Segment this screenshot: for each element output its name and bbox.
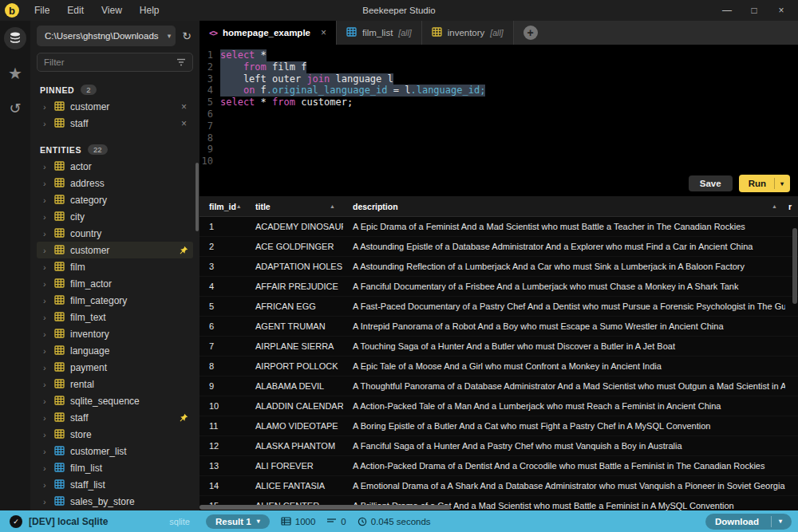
table-row[interactable]: 2ACE GOLDFINGERA Astounding Epistle of a…	[200, 237, 798, 257]
entity-item-sqlite_sequence[interactable]: ›sqlite_sequence	[37, 392, 193, 409]
entity-item-film_actor[interactable]: ›film_actor	[37, 275, 193, 292]
chevron-right-icon[interactable]: ›	[43, 463, 49, 473]
chevron-right-icon[interactable]: ›	[43, 262, 49, 272]
favorites-tab-icon[interactable]: ★	[4, 62, 26, 85]
table-row[interactable]: 14ALICE FANTASIAA Emotional Drama of a A…	[200, 476, 798, 496]
close-button[interactable]: ×	[769, 2, 793, 19]
pinned-section-header[interactable]: PINNED 2	[40, 85, 190, 95]
connection-dropdown[interactable]: C:\Users\ghstng\Downloads ▾	[37, 26, 176, 46]
horizontal-scrollbar[interactable]	[200, 505, 451, 510]
chevron-right-icon[interactable]: ›	[43, 497, 49, 506]
chevron-right-icon[interactable]: ›	[43, 119, 49, 128]
entity-item-sales_by_store[interactable]: ›sales_by_store	[37, 493, 193, 510]
entity-item-rental[interactable]: ›rental	[37, 376, 193, 392]
sidebar-scrollbar[interactable]	[196, 163, 199, 231]
menu-edit[interactable]: Edit	[60, 3, 91, 18]
pinned-item-customer[interactable]: ›customer×	[37, 98, 193, 115]
entities-section-header[interactable]: ENTITIES 22	[40, 144, 190, 155]
chevron-right-icon[interactable]: ›	[43, 212, 49, 222]
sql-editor[interactable]: 1select *2 from film f3 left outer join …	[200, 45, 798, 174]
chevron-right-icon[interactable]: ›	[43, 246, 49, 255]
chevron-right-icon[interactable]: ›	[43, 296, 49, 305]
database-tab-icon[interactable]	[4, 27, 26, 49]
sort-arrow-icon[interactable]: ▲	[236, 203, 246, 209]
table-row[interactable]: 4AFFAIR PREJUDICEA Fanciful Documentary …	[200, 277, 798, 297]
table-row[interactable]: 9ALABAMA DEVILA Thoughtful Panorama of a…	[200, 376, 798, 396]
unpin-icon[interactable]: ×	[180, 118, 188, 129]
menu-file[interactable]: File	[27, 3, 57, 18]
entity-item-store[interactable]: ›store	[37, 426, 193, 443]
download-button[interactable]: Download ▾	[705, 514, 792, 530]
chevron-right-icon[interactable]: ›	[43, 396, 49, 406]
column-header-film_id[interactable]: film_id▲	[200, 202, 246, 211]
tab-inventory[interactable]: inventory[all]	[422, 21, 514, 45]
chevron-right-icon[interactable]: ›	[43, 162, 49, 171]
column-header-r[interactable]: r	[785, 202, 798, 211]
pin-icon[interactable]	[179, 246, 188, 255]
sort-arrow-icon[interactable]: ▲	[772, 203, 782, 209]
tab-film_list[interactable]: film_list[all]	[337, 21, 422, 45]
menu-view[interactable]: View	[94, 3, 129, 18]
entity-item-city[interactable]: ›city	[37, 208, 193, 225]
chevron-right-icon[interactable]: ›	[43, 447, 49, 456]
chevron-right-icon[interactable]: ›	[43, 380, 49, 389]
history-tab-icon[interactable]: ↺	[4, 97, 26, 120]
chevron-right-icon[interactable]: ›	[43, 195, 49, 205]
table-row[interactable]: 7AIRPLANE SIERRAA Touching Saga of a Hun…	[200, 337, 798, 357]
entity-item-payment[interactable]: ›payment	[37, 359, 193, 376]
new-tab-button[interactable]: +	[523, 26, 538, 40]
chevron-right-icon[interactable]: ›	[43, 430, 49, 439]
entity-item-film[interactable]: ›film	[37, 258, 193, 275]
table-row[interactable]: 8AIRPORT POLLOCKA Epic Tale of a Moose A…	[200, 357, 798, 376]
table-row[interactable]: 13ALI FOREVERA Action-Packed Drama of a …	[200, 456, 798, 476]
table-row[interactable]: 1ACADEMY DINOSAURA Epic Drama of a Femin…	[200, 217, 798, 237]
chevron-right-icon[interactable]: ›	[43, 413, 49, 423]
chevron-right-icon[interactable]: ›	[43, 313, 49, 322]
menu-help[interactable]: Help	[132, 3, 167, 18]
result-selector-button[interactable]: Result 1 ▾	[206, 514, 270, 529]
chevron-right-icon[interactable]: ›	[43, 229, 49, 238]
chevron-right-icon[interactable]: ›	[43, 102, 49, 112]
run-button[interactable]: Run ▾	[739, 175, 790, 192]
chevron-right-icon[interactable]: ›	[43, 279, 49, 289]
table-row[interactable]: 6AGENT TRUMANA Intrepid Panorama of a Ro…	[200, 317, 798, 337]
entity-item-staff_list[interactable]: ›staff_list	[37, 476, 193, 493]
entity-item-customer[interactable]: ›customer	[37, 242, 193, 258]
vertical-scrollbar[interactable]	[792, 228, 797, 304]
table-row[interactable]: 10ALADDIN CALENDARA Action-Packed Tale o…	[200, 396, 798, 416]
minimize-button[interactable]: —	[715, 2, 739, 19]
table-row[interactable]: 12ALASKA PHANTOMA Fanciful Saga of a Hun…	[200, 436, 798, 456]
filter-input[interactable]	[44, 57, 176, 67]
pinned-item-staff[interactable]: ›staff×	[37, 115, 193, 132]
run-dropdown-caret-icon[interactable]: ▾	[780, 180, 790, 187]
column-header-title[interactable]: title▲	[246, 202, 343, 211]
entity-item-customer_list[interactable]: ›customer_list	[37, 443, 193, 459]
table-row[interactable]: 11ALAMO VIDEOTAPEA Boring Epistle of a B…	[200, 416, 798, 436]
chevron-right-icon[interactable]: ›	[43, 329, 49, 339]
chevron-right-icon[interactable]: ›	[43, 363, 49, 372]
table-row[interactable]: 5AFRICAN EGGA Fast-Paced Documentary of …	[200, 297, 798, 317]
entity-item-film_text[interactable]: ›film_text	[37, 309, 193, 325]
chevron-right-icon[interactable]: ›	[43, 346, 49, 356]
entity-item-country[interactable]: ›country	[37, 225, 193, 242]
column-header-description[interactable]: description▲	[343, 202, 785, 211]
entity-item-category[interactable]: ›category	[37, 191, 193, 208]
save-button[interactable]: Save	[689, 175, 733, 191]
tab-homepage_example[interactable]: <>homepage_example×	[200, 21, 337, 45]
tab-close-icon[interactable]: ×	[321, 27, 326, 38]
entity-item-film_list[interactable]: ›film_list	[37, 459, 193, 476]
entity-item-inventory[interactable]: ›inventory	[37, 325, 193, 342]
refresh-icon[interactable]: ↻	[180, 30, 193, 42]
chevron-right-icon[interactable]: ›	[43, 480, 49, 490]
table-row[interactable]: 3ADAPTATION HOLESA Astounding Reflection…	[200, 257, 798, 277]
sort-arrow-icon[interactable]: ▲	[330, 203, 340, 209]
download-caret-icon[interactable]: ▾	[779, 518, 782, 525]
entity-item-staff[interactable]: ›staff	[37, 409, 193, 426]
entity-item-language[interactable]: ›language	[37, 342, 193, 359]
entity-item-address[interactable]: ›address	[37, 175, 193, 191]
entity-item-film_category[interactable]: ›film_category	[37, 292, 193, 309]
chevron-right-icon[interactable]: ›	[43, 179, 49, 188]
pin-icon[interactable]	[179, 413, 188, 423]
maximize-button[interactable]: □	[742, 2, 766, 19]
unpin-icon[interactable]: ×	[180, 101, 188, 112]
